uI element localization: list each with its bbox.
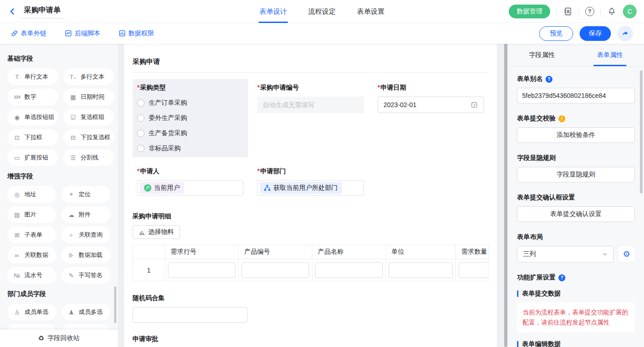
body: 基础字段T单行文本T₌多行文本123数字▦日期时间◉单选按钮组☑复选框组⊡下拉框… [0,44,644,347]
layout-select[interactable]: 三列 [517,246,614,262]
required-asterisk: * [137,84,139,91]
purchase-no-input[interactable] [257,97,363,113]
field-item-label: 图片 [24,210,36,219]
random-code-input[interactable] [132,307,247,323]
canvas-scrollbar[interactable] [504,44,507,347]
table-header-row: 需求行号产品编号产品名称单位需求数量 [133,245,488,259]
field-item-label: 附件 [79,210,91,219]
form-alias-label: 表单别名 [517,75,543,83]
share-button[interactable] [617,26,633,41]
table-header-cell: 需求数量 [456,245,489,259]
header-tab-2[interactable]: 流程设定 [308,0,336,23]
field-apply-date[interactable]: *申请日期 2023-02-01 [373,79,489,157]
radio-option[interactable]: 生产订单采购 [137,99,243,107]
field-recycle-label: 字段回收站 [47,334,80,342]
avatar[interactable]: C [623,5,637,18]
table-header-cell: 产品编号 [239,245,312,259]
field-visibility-button[interactable]: 字段显隐规则 [517,167,635,182]
field-item-image[interactable]: ▤图片 [7,206,56,223]
table-cell-input[interactable] [389,262,453,278]
help-circle-icon[interactable]: ? [546,76,552,83]
field-item-dropdown[interactable]: ⊡下拉框 [7,129,58,146]
radio-option[interactable]: 生产备货采购 [137,129,243,137]
field-item-number[interactable]: 123数字 [7,89,58,105]
field-item-label: 关联查询 [79,231,103,239]
table-body-cell [239,259,312,281]
field-item-serial-number[interactable]: №流水号 [7,267,56,284]
field-purchase-no[interactable]: *采购申请编号 [253,79,368,157]
field-item-linked-data[interactable]: ∞关联数据 [7,247,56,263]
data-manage-button[interactable]: 数据管理 [509,5,550,18]
notification-bell-icon[interactable] [607,6,617,17]
multi-line-text-icon: T₌ [69,74,77,80]
radio-circle-icon [137,114,144,122]
field-label: 申请人 [140,167,159,175]
field-purchase-type[interactable]: *采购类型 生产订单采购委外生产采购生产备货采购非标品采购 [132,79,248,157]
save-button[interactable]: 保存 [580,26,611,41]
radio-option[interactable]: 非标品采购 [137,144,243,153]
help-circle-icon[interactable]: ? [558,274,565,281]
toolbar-link-link[interactable]: 表单外链 [11,29,46,38]
field-item-subform[interactable]: ⊞子表单 [7,227,56,243]
panel-tab-2[interactable]: 表单属性 [576,44,644,66]
table-cell-input[interactable] [459,262,489,278]
recycle-icon: ♻ [38,334,44,342]
table-cell-input[interactable] [168,262,236,278]
field-item-member-multi[interactable]: ♟成员多选 [62,304,110,320]
field-item-signature-pen[interactable]: ✎手写签名 [62,267,110,284]
table-body-cell [456,259,489,281]
table-cell-input[interactable] [242,262,309,278]
field-item-data-load-chart[interactable]: ⊪数据加载 [62,247,110,263]
radio-option[interactable]: 委外生产采购 [137,114,243,122]
data-permission-icon [119,30,126,37]
purchase-detail-section[interactable]: 采购申请明细 选择物料 需求行号产品编号产品名称单位需求数量 1 [132,212,489,281]
field-item-checkbox-group[interactable]: ☑复选框组 [63,109,114,125]
header-tabs: 表单设计流程设定表单设置 [259,0,385,23]
field-item-member-single[interactable]: ♙成员单选 [7,304,56,320]
layout-settings-button[interactable]: ⚙ [618,246,635,262]
apply-date-input[interactable]: 2023-02-01 [378,97,484,113]
sidebar-scrollbar[interactable] [114,286,116,323]
page-title[interactable]: 采购申请单 [21,5,63,18]
field-recycle-bin[interactable]: ♻ 字段回收站 [0,330,118,347]
field-item-multi-dropdown[interactable]: ⊟下拉复选框 [63,129,114,146]
field-item-label: 单选按钮组 [24,113,54,121]
table-cell-input[interactable] [315,262,383,278]
header-tab-3[interactable]: 表单设置 [357,0,385,23]
field-item-extend-button[interactable]: ▭扩展按钮 [7,149,58,166]
add-validation-button[interactable]: 添加校验条件 [517,127,635,143]
field-item-locate-target[interactable]: ⌖定位 [62,186,110,203]
field-applicant[interactable]: *申请人 户 当前用户 [132,163,248,200]
field-item-linked-query[interactable]: ⌕关联查询 [62,227,110,243]
field-item-attachment-cloud[interactable]: ☁附件 [62,206,110,223]
radio-option-label: 委外生产采购 [149,114,187,122]
toolbar-data-permission-link[interactable]: 数据权限 [119,29,154,38]
field-item-radio-group[interactable]: ◉单选按钮组 [7,109,58,125]
field-apply-dept[interactable]: *申请部门 获取当前用户所处部门 [253,163,368,200]
member-multi-icon: ♟ [67,309,75,316]
field-item-multi-line-text[interactable]: T₌多行文本 [63,68,114,85]
field-item-single-line-text[interactable]: T单行文本 [7,68,58,85]
apply-dept-input[interactable]: 获取当前用户所处部门 [257,180,363,196]
field-random-code[interactable]: 随机码合集 [132,294,489,323]
submit-confirm-button[interactable]: 表单提交确认设置 [517,206,635,222]
table-header-cell [133,245,165,259]
form-alias-input[interactable] [517,88,635,103]
field-item-divider-line[interactable]: ☰分割线 [63,149,114,166]
locate-target-icon: ⌖ [67,191,75,198]
address-book-icon[interactable] [563,6,573,17]
panel-scrollbar[interactable] [640,70,643,193]
panel-tabs: 字段属性表单属性 [508,44,644,67]
preview-button[interactable]: 预览 [539,26,573,41]
panel-tab-1[interactable]: 字段属性 [508,44,576,66]
calendar-icon [471,101,478,108]
field-visibility-label: 字段显隐规则 [517,154,556,162]
back-icon[interactable] [7,6,17,17]
help-icon[interactable]: ? [585,7,594,16]
select-material-button[interactable]: 选择物料 [132,225,180,239]
field-item-address-pin[interactable]: ◎地址 [7,186,56,203]
header-tab-1[interactable]: 表单设计 [259,0,287,23]
applicant-input[interactable]: 户 当前用户 [137,180,243,196]
field-item-datetime[interactable]: ▦日期时间 [63,89,114,105]
toolbar-script-link[interactable]: 后端脚本 [65,29,100,38]
